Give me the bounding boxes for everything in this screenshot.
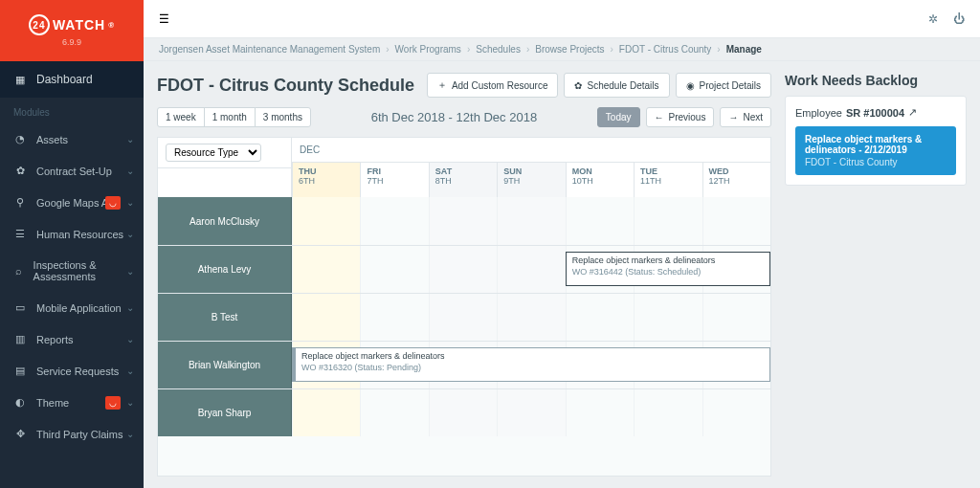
chevron-down-icon: ⌄ — [126, 197, 134, 208]
time-cell[interactable] — [292, 294, 360, 341]
sidebar-item-label: Assets — [36, 134, 68, 145]
time-cell[interactable] — [429, 389, 497, 436]
time-cell[interactable] — [360, 389, 428, 436]
time-cell[interactable] — [634, 294, 702, 341]
sidebar-item-theme[interactable]: ◐Theme◡⌄ — [0, 387, 144, 418]
time-cell[interactable] — [429, 197, 497, 245]
day-header: FRI7TH — [360, 163, 428, 197]
dashboard-icon: ▦ — [13, 74, 27, 86]
work-item-title: Replace object markers & delineators - 2… — [805, 134, 947, 155]
project-details-button[interactable]: ◉ Project Details — [676, 73, 771, 98]
time-cell[interactable] — [497, 294, 565, 341]
day-header: THU6TH — [292, 163, 360, 197]
time-cell[interactable] — [429, 246, 497, 293]
resource-cell[interactable]: Bryan Sharp — [158, 389, 292, 436]
sidebar-item-label: Human Resources — [36, 229, 123, 240]
brand-name: WATCH — [53, 17, 105, 33]
resource-type-select[interactable]: Resource Type — [166, 144, 261, 162]
range-button-1week[interactable]: 1 week — [157, 107, 205, 127]
breadcrumb: Jorgensen Asset Maintenance Management S… — [144, 38, 980, 61]
time-cell[interactable] — [702, 389, 770, 436]
schedule-event[interactable]: Replace object markers & delineatorsWO #… — [566, 252, 770, 286]
chevron-right-icon: › — [386, 44, 389, 55]
main: ☰ ✲ ⏻ Jorgensen Asset Maintenance Manage… — [144, 0, 980, 488]
month-label: DEC — [292, 138, 770, 163]
time-cell[interactable] — [497, 246, 565, 293]
time-cell[interactable] — [634, 389, 702, 436]
sidebar-item-google-maps-api[interactable]: ⚲Google Maps API◡⌄ — [0, 187, 144, 218]
modules-header: Modules — [0, 98, 144, 123]
sr-link[interactable]: Employee SR #100004 ↗ — [795, 106, 956, 119]
resource-cell[interactable]: Brian Walkington — [158, 342, 292, 388]
add-custom-resource-button[interactable]: ＋ Add Custom Resource — [427, 73, 559, 98]
breadcrumb-link[interactable]: Work Programs — [395, 44, 461, 55]
time-cell[interactable] — [566, 197, 634, 245]
time-cell[interactable] — [634, 197, 702, 245]
schedule-details-button[interactable]: ✿ Schedule Details — [564, 73, 669, 98]
time-cell[interactable] — [702, 294, 770, 341]
backlog-work-item[interactable]: Replace object markers & delineators - 2… — [795, 126, 956, 175]
schedule-event[interactable]: Replace object markers & delineatorsWO #… — [292, 347, 770, 382]
day-header: SUN9TH — [497, 163, 565, 197]
time-cell[interactable] — [429, 294, 497, 341]
resource-cell[interactable]: Aaron McClusky — [158, 197, 292, 245]
sidebar-item-assets[interactable]: ◔Assets⌄ — [0, 123, 144, 155]
sidebar-item-reports[interactable]: ▥Reports⌄ — [0, 323, 144, 355]
sidebar-item-label: Service Requests — [36, 366, 119, 377]
sidebar: 24 WATCH ® 6.9.9 ▦ Dashboard Modules ◔As… — [0, 0, 144, 488]
time-cell[interactable] — [292, 246, 360, 293]
time-cells — [292, 389, 770, 436]
bug-icon[interactable]: ✲ — [928, 12, 938, 26]
sidebar-item-service-requests[interactable]: ▤Service Requests⌄ — [0, 355, 144, 387]
time-cell[interactable] — [292, 197, 360, 245]
time-cell[interactable] — [292, 389, 360, 436]
project-details-label: Project Details — [700, 80, 761, 91]
sidebar-item-contract-set-up[interactable]: ✿Contract Set-Up⌄ — [0, 155, 144, 187]
range-button-1month[interactable]: 1 month — [204, 107, 256, 127]
eye-icon: ◉ — [686, 80, 695, 91]
schedule-row: Bryan Sharp — [158, 388, 770, 436]
schedule-row: Aaron McClusky — [158, 197, 770, 245]
sidebar-item-label: Theme — [36, 397, 69, 409]
previous-button[interactable]: ← Previous — [646, 107, 715, 127]
nav-dashboard[interactable]: ▦ Dashboard — [0, 61, 144, 98]
today-button[interactable]: Today — [597, 107, 640, 127]
clipboard-icon: ▤ — [13, 365, 27, 377]
sidebar-item-inspections-assessments[interactable]: ⌕Inspections & Assessments⌄ — [0, 250, 144, 292]
range-button-3months[interactable]: 3 months — [255, 107, 311, 127]
time-cell[interactable] — [360, 294, 428, 341]
time-cell[interactable] — [497, 389, 565, 436]
next-button[interactable]: → Next — [720, 107, 771, 127]
sidebar-item-mobile-application[interactable]: ▭Mobile Application⌄ — [0, 292, 144, 323]
chevron-down-icon: ⌄ — [126, 166, 134, 176]
time-cell[interactable] — [360, 246, 428, 293]
time-cell[interactable] — [497, 197, 565, 245]
topbar: ☰ ✲ ⏻ — [144, 0, 980, 38]
breadcrumb-link[interactable]: Jorgensen Asset Maintenance Management S… — [159, 44, 380, 55]
sidebar-item-third-party-claims[interactable]: ✥Third Party Claims⌄ — [0, 418, 144, 450]
power-icon[interactable]: ⏻ — [953, 12, 965, 26]
nav-dashboard-label: Dashboard — [36, 73, 93, 86]
eye-badge-icon: ◡ — [105, 396, 121, 410]
chevron-right-icon: › — [526, 44, 529, 55]
time-cell[interactable] — [566, 294, 634, 341]
time-cell[interactable] — [360, 197, 428, 245]
sidebar-item-label: Inspections & Assessments — [33, 259, 130, 282]
chevron-down-icon: ⌄ — [126, 302, 134, 313]
breadcrumb-link[interactable]: Schedules — [476, 44, 521, 55]
chevron-down-icon: ⌄ — [126, 366, 134, 376]
resource-cell[interactable]: B Test — [158, 294, 292, 341]
breadcrumb-link[interactable]: Browse Projects — [535, 44, 604, 55]
resource-cell[interactable]: Athena Levy — [158, 246, 292, 293]
sidebar-item-human-resources[interactable]: ☰Human Resources⌄ — [0, 218, 144, 250]
time-cell[interactable] — [702, 197, 770, 245]
chevron-down-icon: ⌄ — [126, 334, 134, 344]
chart-icon: ▥ — [13, 333, 27, 345]
sidebar-item-label: Reports — [36, 334, 74, 345]
backlog-title: Work Needs Backlog — [785, 73, 967, 88]
gear-icon: ✿ — [574, 80, 582, 91]
brand-coin: 24 — [29, 14, 50, 35]
menu-toggle-icon[interactable]: ☰ — [159, 12, 169, 26]
time-cell[interactable] — [566, 389, 634, 436]
breadcrumb-link[interactable]: FDOT - Citrus County — [619, 44, 712, 55]
